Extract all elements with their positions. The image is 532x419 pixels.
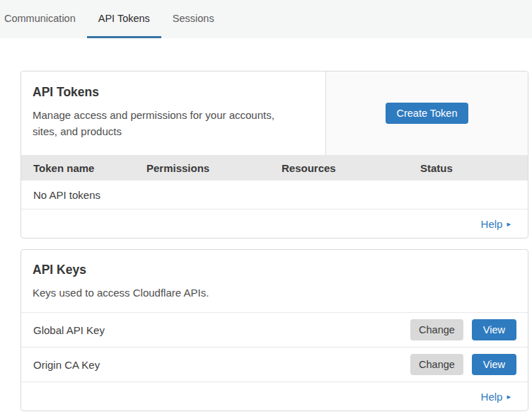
token-table-empty-row: No API tokens — [21, 180, 528, 210]
api-tokens-card: API Tokens Manage access and permissions… — [21, 71, 528, 239]
change-origin-ca-key-button[interactable]: Change — [410, 354, 463, 375]
tab-sessions[interactable]: Sessions — [161, 0, 226, 38]
api-tokens-description: Manage access and permissions for your a… — [33, 107, 296, 140]
api-tokens-card-footer: Help ▸ — [21, 210, 528, 238]
api-keys-card: API Keys Keys used to access Cloudflare … — [21, 249, 528, 411]
api-keys-description: Keys used to access Cloudflare APIs. — [33, 285, 296, 301]
api-key-actions: Change View — [410, 354, 516, 375]
help-link-label: Help — [481, 218, 503, 230]
help-link-label: Help — [481, 391, 503, 403]
tab-api-tokens[interactable]: API Tokens — [87, 0, 161, 38]
change-global-api-key-button[interactable]: Change — [410, 319, 463, 340]
chevron-right-icon: ▸ — [507, 220, 511, 228]
view-global-api-key-button[interactable]: View — [472, 319, 516, 340]
api-keys-help-link[interactable]: Help ▸ — [481, 391, 511, 403]
api-key-row-origin-ca: Origin CA Key Change View — [21, 348, 528, 382]
api-keys-card-footer: Help ▸ — [21, 382, 528, 411]
column-header-resources: Resources — [282, 162, 420, 174]
empty-tokens-message: No API tokens — [33, 189, 100, 201]
column-header-token-name: Token name — [33, 162, 146, 174]
view-origin-ca-key-button[interactable]: View — [472, 354, 516, 375]
chevron-right-icon: ▸ — [507, 393, 511, 401]
column-header-permissions: Permissions — [146, 162, 282, 174]
api-key-label: Origin CA Key — [33, 359, 100, 371]
api-key-actions: Change View — [410, 319, 516, 340]
token-table-header: Token name Permissions Resources Status — [21, 155, 528, 180]
column-header-status: Status — [420, 162, 528, 174]
tab-bar: Communication API Tokens Sessions — [0, 0, 532, 38]
api-tokens-card-header-action: Create Token — [325, 71, 528, 155]
main-content: API Tokens Manage access and permissions… — [0, 38, 532, 411]
api-key-row-global: Global API Key Change View — [21, 313, 528, 348]
api-tokens-card-header: API Tokens Manage access and permissions… — [21, 71, 528, 155]
api-keys-card-header: API Keys Keys used to access Cloudflare … — [21, 250, 528, 313]
create-token-button[interactable]: Create Token — [386, 103, 469, 124]
api-key-label: Global API Key — [33, 324, 105, 336]
api-keys-title: API Keys — [33, 263, 516, 277]
api-tokens-card-header-text: API Tokens Manage access and permissions… — [21, 71, 325, 155]
tab-communication[interactable]: Communication — [4, 0, 87, 38]
api-tokens-help-link[interactable]: Help ▸ — [481, 218, 511, 230]
api-tokens-title: API Tokens — [33, 85, 314, 100]
